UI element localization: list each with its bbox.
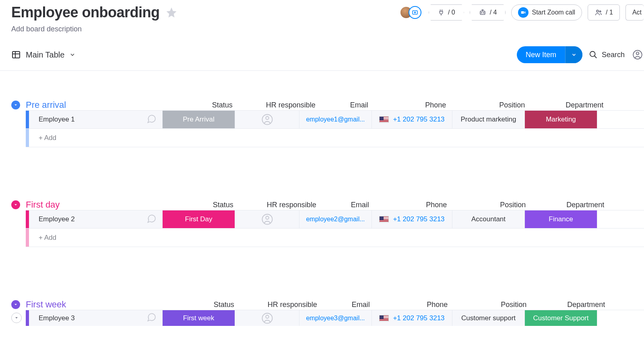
- group-first-week: First week Status HR responsible Email P…: [11, 299, 644, 326]
- people-icon: [594, 8, 603, 16]
- column-position[interactable]: Position: [477, 201, 549, 209]
- person-icon: [261, 213, 273, 225]
- item-name-cell[interactable]: Employee 1: [29, 111, 163, 128]
- svg-point-6: [600, 11, 601, 12]
- integrations-button[interactable]: / 0: [429, 4, 464, 21]
- zoom-call-button[interactable]: Start Zoom call: [511, 4, 582, 21]
- column-position[interactable]: Position: [477, 301, 550, 309]
- svg-point-10: [636, 52, 639, 55]
- divider: [0, 70, 644, 71]
- group-title[interactable]: First day: [26, 200, 60, 210]
- flag-us-icon: [379, 116, 389, 123]
- view-selector[interactable]: Main Table: [11, 50, 76, 60]
- group-collapse-button[interactable]: [11, 200, 20, 209]
- robot-icon: [479, 8, 487, 16]
- hr-cell[interactable]: [235, 310, 299, 326]
- column-hr[interactable]: HR responsible: [258, 101, 323, 109]
- status-cell[interactable]: First week: [163, 310, 235, 326]
- members-button[interactable]: / 1: [588, 4, 620, 21]
- chat-icon[interactable]: [146, 312, 157, 324]
- chat-icon[interactable]: [146, 113, 157, 126]
- automations-count: 4: [493, 9, 497, 16]
- star-icon[interactable]: [165, 6, 178, 19]
- email-cell[interactable]: employee3@gmail...: [299, 310, 372, 326]
- group-title[interactable]: First week: [26, 299, 66, 310]
- activity-button[interactable]: Act: [625, 4, 644, 21]
- search-button[interactable]: Search: [586, 50, 627, 59]
- board-description[interactable]: Add board description: [11, 25, 644, 33]
- column-email[interactable]: Email: [324, 201, 396, 209]
- position-cell[interactable]: Product marketing: [452, 111, 525, 128]
- status-cell[interactable]: Pre Arrival: [163, 111, 235, 128]
- members-count: 1: [609, 9, 613, 16]
- svg-point-3: [481, 12, 482, 13]
- phone-cell[interactable]: +1 202 795 3213: [372, 111, 452, 128]
- svg-point-1: [414, 12, 415, 13]
- department-cell[interactable]: Finance: [525, 210, 597, 228]
- view-name: Main Table: [26, 50, 64, 60]
- column-department[interactable]: Department: [549, 201, 621, 209]
- flag-us-icon: [379, 315, 389, 321]
- column-status[interactable]: Status: [186, 101, 258, 109]
- column-phone[interactable]: Phone: [397, 301, 477, 309]
- column-department[interactable]: Department: [548, 101, 621, 109]
- column-position[interactable]: Position: [476, 101, 548, 109]
- status-cell[interactable]: First Day: [163, 210, 235, 228]
- row-accent: [26, 129, 29, 147]
- column-email[interactable]: Email: [323, 101, 395, 109]
- automations-button[interactable]: / 4: [470, 4, 506, 21]
- group-title[interactable]: Pre arrival: [26, 100, 66, 110]
- svg-point-4: [483, 12, 484, 13]
- table-row: Employee 2 First Day employee2@gmail... …: [26, 210, 644, 229]
- group-pre-arrival: Pre arrival Status HR responsible Email …: [11, 100, 644, 147]
- column-department[interactable]: Department: [550, 301, 622, 309]
- department-cell[interactable]: Customer Support: [525, 310, 597, 326]
- column-hr[interactable]: HR responsible: [259, 201, 324, 209]
- position-cell[interactable]: Accountant: [452, 210, 525, 228]
- column-hr[interactable]: HR responsible: [260, 301, 324, 309]
- zoom-call-label: Start Zoom call: [532, 9, 575, 16]
- chevron-down-icon: [69, 51, 76, 58]
- item-name-cell[interactable]: Employee 2: [29, 210, 163, 228]
- email-cell[interactable]: employee1@gmail...: [299, 111, 372, 128]
- svg-rect-7: [12, 51, 20, 58]
- hr-cell[interactable]: [235, 210, 299, 228]
- flag-us-icon: [379, 216, 389, 222]
- add-item-row[interactable]: + Add: [26, 229, 644, 247]
- table-row: Employee 3 First week employee3@gmail...…: [26, 310, 644, 326]
- chevron-down-icon: [13, 302, 18, 307]
- column-phone[interactable]: Phone: [396, 201, 477, 209]
- zoom-icon: [518, 7, 528, 18]
- table-icon: [11, 50, 21, 60]
- svg-rect-0: [413, 11, 417, 14]
- item-name-cell[interactable]: Employee 3: [29, 310, 163, 326]
- group-collapse-button[interactable]: [11, 300, 20, 309]
- person-icon: [632, 49, 643, 60]
- row-accent: [26, 310, 29, 326]
- new-item-button[interactable]: New Item: [517, 46, 582, 63]
- column-phone[interactable]: Phone: [395, 101, 476, 109]
- svg-point-5: [597, 10, 599, 12]
- add-item-row[interactable]: + Add: [26, 129, 644, 147]
- row-menu-button[interactable]: [11, 313, 22, 323]
- column-email[interactable]: Email: [324, 301, 397, 309]
- board-title[interactable]: Employee onboarding: [11, 4, 160, 21]
- phone-cell[interactable]: +1 202 795 3213: [372, 210, 452, 228]
- row-accent: [26, 111, 29, 128]
- board-header: Employee onboarding / 0 / 4 Start Zoom c…: [11, 4, 644, 21]
- column-status[interactable]: Status: [187, 201, 259, 209]
- column-status[interactable]: Status: [188, 301, 260, 309]
- hr-cell[interactable]: [235, 111, 299, 128]
- search-icon: [589, 50, 598, 59]
- department-cell[interactable]: Marketing: [525, 111, 597, 128]
- position-cell[interactable]: Customer support: [452, 310, 525, 326]
- board-members[interactable]: [400, 5, 423, 20]
- person-filter-button[interactable]: [631, 48, 644, 61]
- phone-cell[interactable]: +1 202 795 3213: [372, 310, 452, 326]
- svg-point-12: [266, 117, 269, 120]
- svg-point-14: [266, 216, 269, 220]
- group-collapse-button[interactable]: [11, 101, 20, 109]
- new-item-dropdown[interactable]: [565, 46, 582, 63]
- chat-icon[interactable]: [146, 213, 157, 226]
- email-cell[interactable]: employee2@gmail...: [299, 210, 372, 228]
